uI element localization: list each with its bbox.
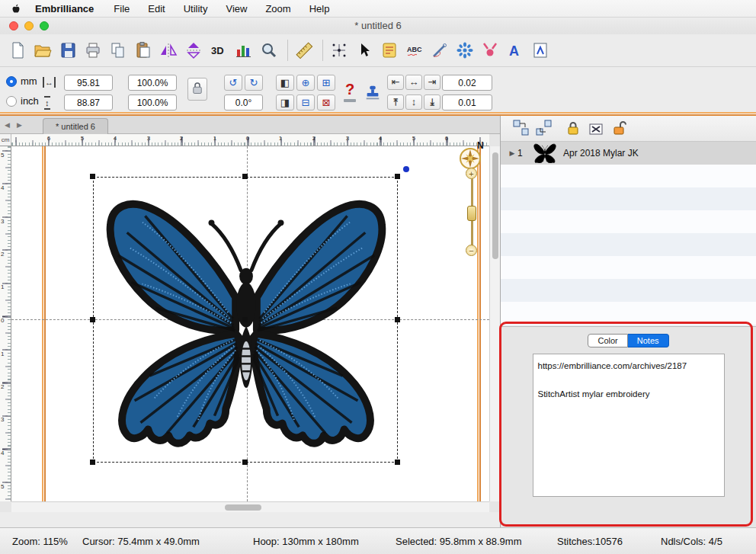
horizontal-scrollbar[interactable] (11, 501, 489, 512)
sequence-order-button[interactable] (511, 119, 531, 139)
align-center-h-button[interactable]: ↔ (405, 75, 422, 90)
ruler-number: 6 (445, 135, 448, 142)
align-left-button[interactable]: ⇤ (387, 75, 404, 90)
width-percent-input[interactable] (128, 75, 177, 91)
save-button[interactable] (56, 38, 79, 62)
selection-handle-s[interactable] (242, 460, 248, 465)
aspect-lock-button[interactable] (187, 78, 207, 101)
tab-scroll-left[interactable]: ◀ (5, 121, 10, 129)
stamp-tool-button[interactable] (363, 73, 383, 105)
unlock-object-button[interactable] (609, 119, 629, 139)
paste-button[interactable] (132, 38, 155, 62)
merge-design-button[interactable] (479, 38, 501, 62)
menu-help[interactable]: Help (309, 3, 330, 14)
unit-mm-option[interactable]: mm (6, 75, 37, 87)
menu-edit[interactable]: Edit (148, 3, 165, 14)
rotate-cw-button[interactable]: ↻ (245, 75, 263, 91)
width-dimension-icon: ↔ (43, 77, 56, 88)
selection-handle-nw[interactable] (90, 174, 95, 179)
menu-view[interactable]: View (226, 3, 247, 14)
thread-colors-button[interactable] (232, 38, 255, 62)
fit-hoop-button[interactable]: ⊕ (296, 75, 315, 91)
ruler-number: 1 (279, 135, 282, 142)
menu-file[interactable]: File (114, 3, 130, 14)
density-bottom-input[interactable] (442, 94, 492, 110)
apple-menu[interactable] (11, 3, 21, 14)
document-tab[interactable]: * untitled 6 (43, 118, 108, 134)
copy-button[interactable] (107, 38, 130, 62)
selection-handle-e[interactable] (395, 317, 400, 322)
unit-inch-option[interactable]: inch (6, 95, 39, 107)
lock-object-button[interactable] (563, 119, 583, 139)
width-input[interactable] (64, 75, 113, 91)
design-carousel-button[interactable] (453, 38, 476, 62)
toolbar-separator (287, 40, 288, 61)
rotation-handle[interactable] (403, 166, 409, 172)
radio-inch[interactable] (6, 96, 17, 107)
needle-thread-button[interactable] (428, 38, 451, 62)
tab-scroll-right[interactable]: ▶ (17, 121, 22, 129)
zoom-out-button[interactable]: − (466, 245, 477, 256)
menu-zoom[interactable]: Zoom (265, 3, 290, 14)
monogram-button[interactable] (529, 38, 552, 62)
print-button[interactable] (82, 38, 104, 62)
height-percent-input[interactable] (128, 94, 177, 110)
rotation-input[interactable] (224, 94, 263, 110)
disclosure-triangle-icon[interactable]: ▶ (507, 149, 517, 157)
height-dimension-icon: ↕ (44, 96, 50, 110)
menu-utility[interactable]: Utility (184, 3, 208, 14)
grid-toggle-button[interactable]: ⊞ (317, 75, 335, 91)
measure-ruler-icon (295, 41, 313, 59)
selection-handle-se[interactable] (395, 460, 400, 465)
align-middle-v-button[interactable]: ↕ (405, 94, 422, 110)
horizontal-scroll-thumb[interactable] (225, 504, 261, 511)
tab-notes[interactable]: Notes (628, 334, 669, 347)
vertical-scroll-thumb[interactable] (492, 152, 498, 259)
radio-mm[interactable] (6, 76, 17, 87)
notes-textarea[interactable]: https://embrilliance.com/archives/2187 S… (533, 354, 725, 497)
design-properties-button[interactable] (378, 38, 401, 62)
selection-handle-center[interactable] (242, 317, 248, 322)
sequence-group-button[interactable] (534, 119, 554, 139)
selection-handle-w[interactable] (90, 317, 95, 322)
notes-panel: Color Notes https://embrilliance.com/arc… (501, 326, 756, 527)
app-menu[interactable]: Embrilliance (35, 3, 94, 14)
3d-view-button[interactable]: 3D (207, 38, 230, 62)
delete-object-button[interactable] (586, 119, 606, 139)
vertical-scrollbar[interactable] (489, 146, 500, 501)
zoom-in-button[interactable]: + (466, 168, 477, 179)
align-bottom-button[interactable]: ⇥ (424, 94, 440, 110)
compress-stitches-button[interactable]: ⊟ (296, 94, 315, 110)
new-document-button[interactable] (6, 38, 29, 62)
ruler-number: 4 (379, 135, 382, 142)
object-row[interactable]: ▶ 1 Apr 2018 Mylar JK (501, 142, 756, 165)
lettering-button[interactable]: ABC (403, 38, 426, 62)
tab-color[interactable]: Color (588, 334, 627, 347)
apple-icon (11, 3, 21, 14)
new-document-icon (8, 41, 27, 59)
rotate-ccw-button[interactable]: ↺ (224, 75, 242, 91)
letter-a-button[interactable]: A (504, 38, 527, 62)
selection-handle-n[interactable] (242, 174, 248, 179)
selection-handle-ne[interactable] (395, 174, 400, 179)
zoom-tool-button[interactable] (258, 38, 280, 62)
density-top-input[interactable] (442, 75, 492, 91)
stitch-estimator-button[interactable]: ? (340, 73, 360, 105)
flip-horizontal-button[interactable] (157, 38, 180, 62)
open-button[interactable] (31, 38, 54, 62)
zoom-slider-handle[interactable] (467, 206, 476, 221)
design-properties-icon (380, 41, 399, 59)
select-arrow-button[interactable] (353, 38, 376, 62)
contrast-view-button[interactable]: ◧ (276, 75, 294, 91)
outline-view-button[interactable]: ◨ (276, 94, 294, 110)
align-right-button[interactable]: ⇥ (424, 75, 440, 90)
stitch-points-button[interactable] (328, 38, 351, 62)
design-canvas[interactable]: N + − (11, 146, 489, 501)
height-input[interactable] (64, 94, 113, 110)
flip-vertical-button[interactable] (182, 38, 205, 62)
object-index: 1 (517, 148, 528, 159)
align-top-button[interactable]: ⇤ (387, 94, 404, 110)
measure-button[interactable] (293, 38, 316, 62)
selection-handle-sw[interactable] (90, 460, 95, 465)
remove-overlap-button[interactable]: ⊠ (317, 94, 335, 110)
